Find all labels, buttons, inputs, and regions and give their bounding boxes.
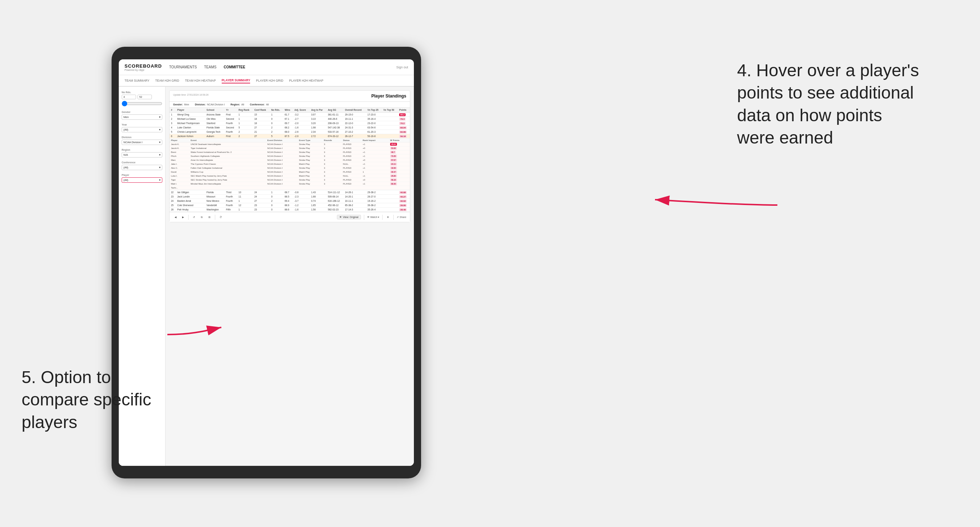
col-avg-sg: Avg SG [326,108,344,113]
sub-nav-team-h2h-heatmap[interactable]: TEAM H2H HEATMAP [185,78,216,83]
cell-top25: 61-20-3 [366,130,382,134]
col-top25: Vs Top 25 [366,108,382,113]
exp-cell-event: Amer An Intercollegiate [189,158,266,162]
sub-nav-player-summary[interactable]: PLAYER SUMMARY [222,78,250,83]
exp-cell-status: PLAYED [342,154,361,158]
exp-cell-status: PLAYED [342,166,361,170]
cell-points[interactable]: 40.27 [398,195,410,199]
nav-tournaments[interactable]: TOURNAMENTS [169,63,197,70]
cell-points[interactable]: 60.89 [398,130,410,134]
cell-adj: -1.2 [293,203,310,208]
table-row: 24 Bastien Amat New Mexico Fourth 1 27 2… [170,199,410,203]
sub-nav-team-summary[interactable]: TEAM SUMMARY [124,78,150,83]
share-button[interactable]: ↗ Share [397,216,406,219]
exp-cell-type: Stroke Play [298,150,323,154]
toolbar-divider-4 [382,215,383,220]
cell-num: 22 [170,190,176,195]
filter-gender: Gender: Men [173,103,189,106]
link-button[interactable]: ⊞ [207,215,212,219]
cell-points[interactable]: 98.2 [398,113,410,117]
division-select[interactable]: NCAA Division I ▾ [122,140,162,145]
exp-cell-event: Wake Forest Invitational at Pinehurst No… [189,150,266,154]
nav-teams[interactable]: TEAMS [204,63,216,70]
sidebar-year: Year (All) ▾ [122,124,162,132]
no-rds-min-input[interactable] [122,95,136,99]
cell-yr: Fourth [224,195,237,199]
cell-adj: -3.2 [293,113,310,117]
exp-cell-rank: +1 [361,162,389,166]
no-rds-slider[interactable] [122,101,162,106]
gender-select[interactable]: Men ▾ [122,114,162,120]
copy-button[interactable]: ⧉ [199,215,204,219]
exp-cell-rounds [323,186,342,190]
exp-cell-rounds: 3 [323,154,342,158]
exp-cell-division: NCAA Division I [266,174,298,178]
cell-overall: 14-26-1 [343,190,366,195]
watch-label: Watch [370,216,377,218]
table-row: 23 Jack Lundin Missouri Fourth 11 24 0 8… [170,195,410,199]
cell-points[interactable]: 38.49 [398,208,410,212]
forward-button[interactable]: ▶ [181,215,185,219]
cell-conf-rank: 21 [253,130,270,134]
cell-player: Wenyi Ding [176,113,205,117]
cell-sg: 208-09-13 [326,121,344,125]
player-chevron-icon: ▾ [159,178,161,182]
year-select[interactable]: (All) ▾ [122,127,162,132]
cell-yr: Fourth [224,130,237,134]
exp-cell-division: NCAA Division I [266,170,298,174]
cell-par: 1.98 [310,125,326,130]
cell-points[interactable]: 76.3 [398,117,410,121]
region-select[interactable]: N/A ▾ [122,152,162,157]
view-original-label: View: Original [343,216,358,218]
download-button[interactable]: ⬇ [385,215,390,219]
exp-table-row: Marc Amer An Intercollegiate NCAA Divisi… [170,158,410,162]
table-row: 1 Wenyi Ding Arizona State First 1 15 1 … [170,113,410,117]
sub-nav-player-h2h-heatmap[interactable]: PLAYER H2H HEATMAP [289,78,323,83]
cell-points[interactable]: 56.18 [398,134,410,138]
table-row: 26 Petr Hruby Washington Fifth 1 23 0 88… [170,208,410,212]
watch-button[interactable]: 👁 Watch ▾ [367,216,380,219]
cell-points[interactable]: 40.68 [398,190,410,195]
cell-player: Christo Lamprecht [176,130,205,134]
toolbar-divider-1 [188,215,189,220]
cell-school: Missouri [205,195,224,199]
exp-cell-player: David [170,170,189,174]
player-select[interactable]: (All) ▾ [122,177,162,183]
cell-num: 5 [170,130,176,134]
col-points: Points [398,108,410,113]
nav-committee[interactable]: COMMITTEE [223,63,245,70]
player-label: Player [122,174,162,176]
refresh-button[interactable]: ↺ [191,215,197,219]
exp-cell-rank: +0 [361,158,389,162]
cell-no-rds: 0 [270,121,283,125]
cell-top25: 35-26-4 [366,208,382,212]
no-rds-max-input[interactable] [137,95,152,99]
conference-select[interactable]: (All) ▾ [122,165,162,170]
cell-conf-rank: 18 [253,121,270,125]
view-original-button[interactable]: 👁 View: Original [337,215,361,219]
cell-points[interactable]: 68.94 [398,125,410,130]
cell-points[interactable]: 70.2 [398,121,410,125]
year-chevron-icon: ▾ [159,128,161,131]
exp-cell-player: Matt I. [170,182,189,186]
cell-points[interactable]: 39.95 [398,203,410,208]
cell-player: Jackson Kohon [176,134,205,138]
cell-yr: Fifth [224,208,237,212]
exp-col-wpoints: W Points [389,138,410,143]
clock-button[interactable]: ⏱ [218,215,223,219]
cell-points[interactable]: 40.02 [398,199,410,203]
sign-out-link[interactable]: Sign out [396,65,408,69]
col-wins: Wins [283,108,293,113]
exp-cell-player: Brent [170,150,189,154]
back-button[interactable]: ◀ [173,215,178,219]
cell-top25: 23-22-0 [366,121,382,125]
sub-nav-team-h2h-grid[interactable]: TEAM H2H GRID [155,78,179,83]
exp-cell-type [298,186,323,190]
exp-cell-type: Stroke Play [298,158,323,162]
exp-cell-type: Match Play [298,162,323,166]
sub-nav-player-h2h-grid[interactable]: PLAYER H2H GRID [256,78,283,83]
exp-table-row: Jacob K. UNCW Seahawk Intercollegiate NC… [170,143,410,146]
cell-top25: 26-27-0 [366,195,382,199]
cell-no-rds: 2 [270,130,283,134]
exp-cell-player: Jacob K. [170,146,189,150]
